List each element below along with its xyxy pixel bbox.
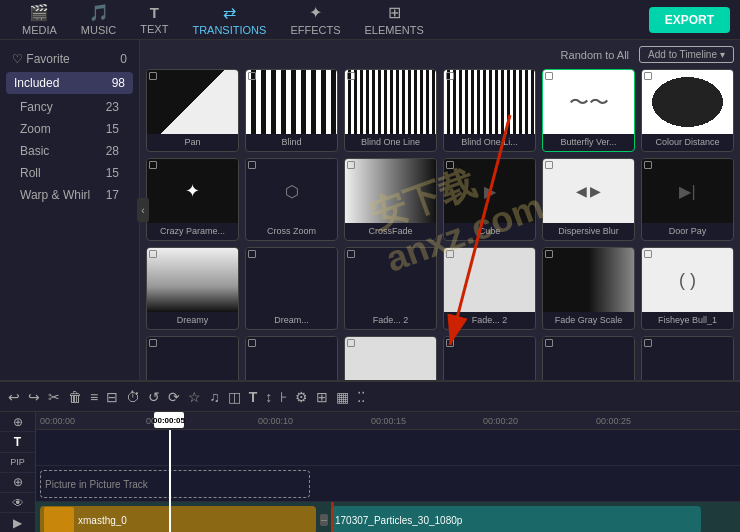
transitions-grid: Pan Blind Blind One Line Blind One Li...…	[146, 69, 734, 380]
sidebar-roll[interactable]: Roll 15	[0, 162, 139, 184]
transition-name-14: Fade... 2	[345, 315, 436, 325]
transition-item-6[interactable]: ✦ Crazy Parame...	[146, 158, 239, 241]
transition-name-2: Blind One Line	[345, 137, 436, 147]
main-clip-2[interactable]: 170307_Particles_30_1080p	[331, 506, 701, 532]
loop-icon[interactable]: ↺	[148, 389, 160, 405]
sidebar-collapse-button[interactable]: ‹	[137, 198, 149, 222]
trash-icon[interactable]: 🗑	[68, 389, 82, 405]
transition-item-7[interactable]: ⬡ Cross Zoom	[245, 158, 338, 241]
settings-icon[interactable]: ⚙	[295, 389, 308, 405]
ruler-mark-3: 00:00:15	[371, 416, 406, 426]
transition-item-19[interactable]: ...	[245, 336, 338, 380]
tab-media[interactable]: 🎬 MEDIA	[22, 3, 57, 36]
transitions-icon: ⇄	[223, 3, 236, 22]
add-main-icon[interactable]: ⊕	[0, 473, 35, 493]
transition-item-22[interactable]: ...	[542, 336, 635, 380]
track-title	[36, 430, 740, 466]
dots-icon[interactable]: ⁚⁚	[357, 389, 365, 405]
arrow-end-marker	[331, 502, 334, 532]
sidebar-fancy[interactable]: Fancy 23	[0, 96, 139, 118]
corner-mark	[644, 339, 652, 347]
dropdown-icon: ▾	[720, 49, 725, 60]
transition-item-4[interactable]: 〜〜 Butterfly Ver...	[542, 69, 635, 152]
add-to-timeline-button[interactable]: Add to Timeline ▾	[639, 46, 734, 63]
pip-clip[interactable]: Picture in Picture Track	[40, 470, 310, 498]
transition-item-20[interactable]: ...	[344, 336, 437, 380]
layout-icon[interactable]: ▦	[336, 389, 349, 405]
transition-item-5[interactable]: Colour Distance	[641, 69, 734, 152]
list-icon[interactable]: ≡	[90, 389, 98, 405]
timeline-body: ⊕ T PIP ⊕ 👁 ▶ 🔇 🎵 00:00:00 00:00:05 00:0…	[0, 412, 740, 532]
transition-item-23[interactable]: ...	[641, 336, 734, 380]
main-clip-1[interactable]: xmasthg_0	[40, 506, 316, 532]
export-button[interactable]: EXPORT	[649, 7, 730, 33]
pip-track-icon[interactable]: PIP	[0, 453, 35, 473]
corner-mark	[644, 161, 652, 169]
transition-thumb-4: 〜〜	[543, 70, 634, 134]
transition-item-13[interactable]: Dream...	[245, 247, 338, 330]
redo-icon[interactable]: ↪	[28, 389, 40, 405]
basic-label: Basic	[20, 144, 49, 158]
volume-icon[interactable]: ◫	[228, 389, 241, 405]
sidebar-warp[interactable]: Warp & Whirl 17	[0, 184, 139, 206]
add-track-icon[interactable]: ⊕	[0, 412, 35, 432]
random-to-all-label: Random to All	[561, 49, 629, 61]
corner-mark	[347, 161, 355, 169]
corner-mark	[545, 161, 553, 169]
transition-item-0[interactable]: Pan	[146, 69, 239, 152]
favorite-label: Favorite	[26, 52, 69, 66]
main-eye-icon[interactable]: 👁	[0, 493, 35, 513]
transition-item-10[interactable]: ◀ ▶ Dispersive Blur	[542, 158, 635, 241]
effects-icon: ✦	[309, 3, 322, 22]
timeline-ruler: 00:00:00 00:00:05 00:00:10 00:00:15 00:0…	[36, 412, 740, 430]
play-icon[interactable]: ▶	[0, 513, 35, 532]
transition-item-14[interactable]: Fade... 2	[344, 247, 437, 330]
cursor-icon[interactable]: ↕	[265, 389, 272, 405]
tab-transitions[interactable]: ⇄ TRANSITIONS	[192, 3, 266, 36]
transition-item-12[interactable]: Dreamy	[146, 247, 239, 330]
tab-elements[interactable]: ⊞ ELEMENTS	[365, 3, 424, 36]
sidebar-favorite[interactable]: ♡ Favorite 0	[0, 48, 139, 70]
transition-item-3[interactable]: Blind One Li...	[443, 69, 536, 152]
tab-music[interactable]: 🎵 MUSIC	[81, 3, 116, 36]
track-main-content: xmasthg_0 ··· 170307_Particles_30_1080p	[36, 502, 740, 532]
grid-icon[interactable]: ⊞	[316, 389, 328, 405]
transition-thumb-11: ▶|	[642, 159, 733, 223]
audio-icon[interactable]: ♫	[209, 389, 220, 405]
scissors-icon[interactable]: ✂	[48, 389, 60, 405]
transition-item-18[interactable]: ...	[146, 336, 239, 380]
transition-thumb-10: ◀ ▶	[543, 159, 634, 223]
title-track-icon[interactable]: T	[0, 432, 35, 452]
snap-icon[interactable]: ⊦	[280, 389, 287, 405]
tab-effects[interactable]: ✦ EFFECTS	[290, 3, 340, 36]
transition-item-11[interactable]: ▶| Door Pay	[641, 158, 734, 241]
transition-thumb-23	[642, 337, 733, 380]
tab-media-label: MEDIA	[22, 24, 57, 36]
zoom-label: Zoom	[20, 122, 51, 136]
transition-name-7: Cross Zoom	[246, 226, 337, 236]
transition-item-17[interactable]: ( ) Fisheye Bull_1	[641, 247, 734, 330]
transition-item-1[interactable]: Blind	[245, 69, 338, 152]
transition-item-2[interactable]: Blind One Line	[344, 69, 437, 152]
sidebar-basic[interactable]: Basic 28	[0, 140, 139, 162]
star-icon[interactable]: ☆	[188, 389, 201, 405]
text-t-icon[interactable]: T	[249, 389, 258, 405]
transitions-area: Random to All Add to Timeline ▾ Pan Blin…	[140, 40, 740, 380]
corner-mark	[248, 161, 256, 169]
corner-mark	[545, 250, 553, 258]
speed-icon[interactable]: ⟳	[168, 389, 180, 405]
transition-thumb-3	[444, 70, 535, 134]
transition-name-15: Fade... 2	[444, 315, 535, 325]
transition-item-16[interactable]: Fade Gray Scale	[542, 247, 635, 330]
transition-item-9[interactable]: ▶ Cube	[443, 158, 536, 241]
transition-item-8[interactable]: CrossFade	[344, 158, 437, 241]
sidebar-included[interactable]: Included 98	[6, 72, 133, 94]
split-icon[interactable]: ⊟	[106, 389, 118, 405]
track-main: xmasthg_0 ··· 170307_Particles_30_1080p	[36, 502, 740, 532]
tab-text[interactable]: T TEXT	[140, 4, 168, 35]
undo-icon[interactable]: ↩	[8, 389, 20, 405]
timer-icon[interactable]: ⏱	[126, 389, 140, 405]
transition-item-15[interactable]: Fade... 2	[443, 247, 536, 330]
sidebar-zoom[interactable]: Zoom 15	[0, 118, 139, 140]
transition-item-21[interactable]: ...	[443, 336, 536, 380]
